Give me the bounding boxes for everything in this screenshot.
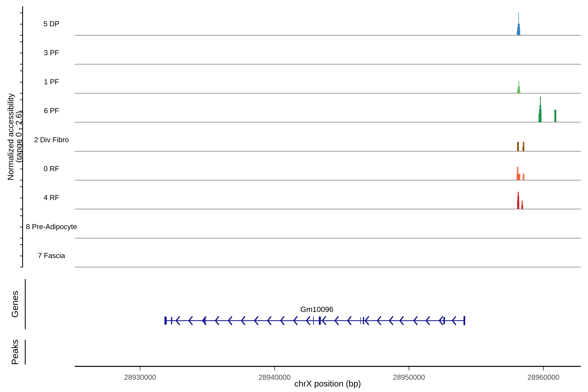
track-baseline-8-pre-adipocyte: [75, 238, 581, 238]
accessibility-axis-tick: [20, 151, 22, 152]
coverage-peak-6-pf: [554, 110, 556, 122]
accessibility-axis-tick: [20, 186, 22, 187]
gene-exon: [360, 317, 361, 324]
x-axis-tick-label: 28950000: [393, 373, 425, 382]
accessibility-axis-tick: [20, 42, 22, 42]
coverage-peak-5-dp: [520, 31, 520, 35]
accessibility-axis-tick: [20, 111, 22, 112]
accessibility-axis-tick: [20, 158, 22, 158]
accessibility-axis-tick: [20, 128, 22, 129]
x-axis-line: [75, 366, 581, 367]
gene-exon: [319, 316, 321, 325]
accessibility-axis-tick: [20, 122, 22, 122]
x-axis-tick-label: 28940000: [258, 373, 290, 382]
track-baseline-3-pf: [75, 64, 581, 64]
gene-exon: [164, 320, 465, 321]
genes-bracket: [25, 279, 26, 329]
accessibility-axis-tick: [20, 244, 22, 245]
coverage-peak-2-div-fibro: [523, 142, 524, 151]
accessibility-axis-tick: [20, 169, 22, 170]
gene-exon: [363, 317, 364, 324]
track-baseline-7-fascia: [75, 267, 581, 267]
accessibility-axis-tick: [20, 198, 22, 198]
track-baseline-2-div-fibro: [75, 151, 581, 152]
genome-track-plot: Normalized accessibility (range 0 - 2.6)…: [0, 0, 588, 392]
gene-exon: [464, 316, 465, 325]
x-axis-tick: [140, 367, 140, 370]
track-label-1-pf: 1 PF: [44, 78, 59, 86]
accessibility-axis-tick: [20, 70, 22, 71]
track-label-5-dp: 5 DP: [44, 20, 60, 28]
genes-section-label: Genes: [10, 291, 20, 318]
accessibility-axis-line: [22, 6, 23, 268]
track-label-0-rf: 0 RF: [44, 165, 59, 173]
coverage-peak-0-rf: [523, 174, 524, 180]
accessibility-axis-tick: [20, 82, 22, 82]
accessibility-axis-tick: [20, 256, 22, 256]
accessibility-axis-tick: [20, 53, 22, 54]
track-label-2-div-fibro: 2 Div Fibro: [34, 136, 69, 144]
track-baseline-6-pf: [75, 122, 581, 122]
gene-exon: [204, 317, 206, 324]
gene-exon: [313, 316, 314, 325]
gene-model-gm10096: [155, 310, 475, 332]
track-label-4-rf: 4 RF: [44, 194, 59, 202]
accessibility-axis-tick: [20, 238, 22, 238]
gene-exon: [444, 317, 445, 324]
accessibility-axis-tick: [20, 100, 22, 100]
track-label-3-pf: 3 PF: [44, 49, 59, 57]
peaks-bracket: [25, 340, 26, 364]
track-baseline-1-pf: [75, 93, 581, 94]
coverage-peak-0-rf: [518, 174, 520, 180]
accessibility-axis-tick: [20, 180, 22, 180]
accessibility-axis-tick: [20, 140, 22, 140]
accessibility-axis-tick: [20, 93, 22, 94]
track-baseline-4-rf: [75, 209, 581, 209]
coverage-peak-4-rf: [523, 205, 523, 209]
x-axis-tick: [543, 367, 544, 370]
accessibility-axis-tick: [20, 64, 22, 64]
coverage-peak-4-rf: [519, 200, 519, 209]
gene-exon: [164, 316, 166, 325]
x-axis-title: chrX position (bp): [294, 378, 361, 388]
gene-exon: [171, 317, 172, 324]
track-label-7-fascia: 7 Fascia: [38, 252, 65, 260]
accessibility-axis-tick: [20, 12, 22, 13]
peaks-section-label: Peaks: [10, 340, 20, 365]
accessibility-axis-tick: [20, 209, 22, 210]
x-axis-tick-label: 28930000: [124, 373, 156, 382]
accessibility-axis-tick: [20, 227, 22, 227]
accessibility-axis-tick: [20, 267, 22, 268]
accessibility-axis-tick: [20, 24, 22, 24]
track-label-6-pf: 6 PF: [44, 107, 59, 115]
track-label-8-pre-adipocyte: 8 Pre-Adipocyte: [26, 222, 77, 231]
x-axis-tick-label: 28960000: [528, 373, 560, 382]
track-baseline-0-rf: [75, 180, 581, 180]
x-axis-tick: [274, 367, 275, 370]
accessibility-axis-tick: [20, 216, 22, 216]
coverage-peak-2-div-fibro: [517, 142, 519, 151]
track-baseline-5-dp: [75, 35, 581, 36]
accessibility-axis-tick: [20, 35, 22, 36]
coverage-peak-1-pf: [520, 91, 520, 93]
x-axis-tick: [409, 367, 409, 370]
coverage-peak-0-rf: [517, 167, 518, 180]
